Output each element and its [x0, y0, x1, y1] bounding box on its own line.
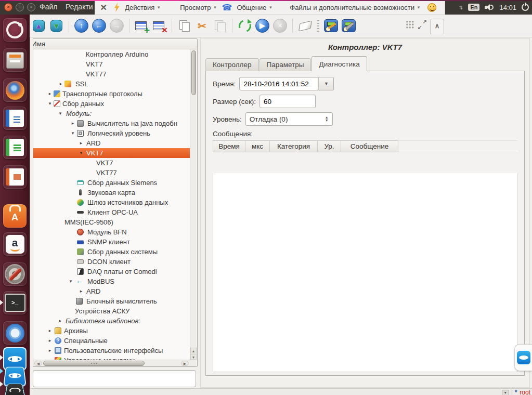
cut-item-button[interactable]: ✂ [195, 19, 209, 33]
tree-item[interactable]: ▾Сбор данных [33, 99, 190, 109]
tree-item[interactable]: ▸?Специальные [33, 336, 190, 346]
tree-item[interactable]: ▾VKT7 [33, 148, 190, 158]
time-dropdown-button[interactable]: ▼ [318, 77, 334, 90]
scroll-left-arrow[interactable]: ◀ [34, 361, 42, 366]
tree-item[interactable]: ▾Модуль: [33, 109, 190, 118]
menu-общение[interactable]: Общение▼ [237, 4, 273, 11]
expand-arrow-icon[interactable]: ▸ [58, 79, 64, 89]
tree-item[interactable]: ▸ARD [33, 286, 190, 296]
tree-item[interactable]: SNMP клиент [33, 237, 190, 247]
phone-icon[interactable]: ☎ [222, 3, 232, 12]
file-cabinet-icon[interactable] [3, 48, 27, 72]
tree-item[interactable]: DAQ платы от Comedi [33, 267, 190, 276]
collapse-arrow-icon[interactable]: ▾ [68, 276, 74, 286]
ubuntu-dash-icon[interactable] [3, 18, 27, 42]
tree-column-header[interactable]: Имя [33, 39, 197, 49]
menu-просмотр[interactable]: Просмотр▼ [180, 4, 217, 11]
system-settings-icon[interactable] [3, 262, 27, 286]
monitor-icon[interactable] [165, 4, 174, 11]
tree-item[interactable]: Сбор данных системы [33, 247, 190, 257]
firefox-icon[interactable] [3, 78, 27, 102]
expand-arrow-icon[interactable]: ▸ [57, 316, 63, 326]
go-up-button[interactable]: ↑ [74, 19, 88, 33]
refresh-button[interactable] [238, 19, 252, 33]
tree-item[interactable]: ▾←ModBUS [33, 276, 190, 286]
scroll-down-arrow[interactable]: ▼ [190, 354, 197, 360]
tree-item[interactable]: VKT7 [33, 59, 190, 69]
tree-item[interactable]: Модуль BFN [33, 227, 190, 237]
menu-edit[interactable]: Редакти [66, 3, 93, 11]
tree-item[interactable]: Клиент OPC-UA [33, 207, 190, 217]
toolbar-grip[interactable] [317, 20, 319, 32]
column-header-время[interactable]: Время [213, 140, 245, 152]
messages-table-body[interactable] [213, 173, 517, 372]
ubuntu-software-icon[interactable]: A [3, 204, 27, 228]
column-header-ур[interactable]: Ур. [317, 140, 341, 152]
tree-item[interactable]: Контроллер Arduino [33, 49, 190, 59]
tree-item[interactable]: Звуковая карта [33, 188, 190, 198]
collapse-toolbar-button[interactable]: ∧ [430, 19, 444, 34]
expand-icon[interactable]: ↗↙ [418, 20, 427, 29]
expand-arrow-icon[interactable]: ▸ [78, 286, 84, 296]
grid-dots-icon[interactable] [406, 20, 414, 29]
column-header-категория[interactable]: Категория [269, 140, 318, 152]
close-window-button[interactable]: × [4, 3, 12, 11]
level-spinbox[interactable]: Отладка (0) ▲▼ [245, 112, 333, 126]
scroll-right-arrow[interactable]: ▶ [181, 361, 189, 366]
statusbar-dropdown-button[interactable]: ▼ [502, 390, 509, 395]
scrollbar-thumb[interactable] [43, 361, 145, 366]
clear-button[interactable] [298, 19, 312, 33]
tree-item[interactable]: VKT77 [33, 168, 190, 178]
tree-item[interactable]: ▸Вычислитель на java подобн [33, 118, 190, 128]
stop-periodic-button[interactable]: × [273, 19, 287, 33]
go-forward-button[interactable]: → [110, 19, 124, 33]
maximize-window-button[interactable]: ▫ [27, 3, 35, 11]
paste-item-button[interactable] [213, 19, 227, 33]
menu-файлы[interactable]: Файлы и дополнительные возможности▼ [290, 4, 421, 11]
menu-действия[interactable]: Действия▼ [125, 4, 161, 11]
chromium-icon[interactable] [3, 321, 27, 345]
tree-item[interactable]: Шлюз источников данных [33, 198, 190, 207]
time-input[interactable] [239, 77, 318, 90]
menu-file[interactable]: Файл [40, 3, 57, 11]
tree-item[interactable]: Управление модулями [33, 356, 190, 360]
scrollbar-thumb[interactable] [191, 50, 196, 95]
collapse-arrow-icon[interactable]: ▾ [78, 148, 84, 158]
minimize-window-button[interactable]: − [16, 3, 24, 11]
keyboard-layout-indicator[interactable]: En [468, 4, 479, 11]
libreoffice-writer-icon[interactable] [3, 107, 27, 130]
tab-контроллер[interactable]: Контроллер [205, 58, 259, 71]
tree-item[interactable]: VKT77 [33, 69, 190, 79]
tree-item[interactable]: ▸ARD [33, 138, 190, 148]
expand-arrow-icon[interactable]: ▸ [70, 118, 76, 128]
add-item-button[interactable]: + [135, 19, 149, 33]
volume-icon[interactable] [485, 4, 494, 10]
tree-horizontal-scrollbar[interactable]: ◀ ▶ [33, 360, 190, 366]
start-periodic-button[interactable]: ▶ [255, 19, 269, 33]
tree-item[interactable]: Сбор данных Siemens [33, 178, 190, 188]
tree-item[interactable]: VKT7 [33, 158, 190, 168]
expand-arrow-icon[interactable]: ▸ [47, 89, 53, 99]
device-link-button[interactable] [324, 19, 338, 33]
expand-arrow-icon[interactable]: ▸ [47, 336, 53, 346]
tree-item[interactable]: Устройства АСКУ [33, 306, 190, 316]
tree-item[interactable]: ▸Транспортные протоколы [33, 89, 190, 99]
tree-item[interactable]: ▾Логический уровень [33, 128, 190, 138]
network-indicator-icon[interactable]: ↑↓ [458, 4, 463, 11]
tree-item[interactable]: ▸Пользовательские интерфейсы [33, 346, 190, 356]
smiley-icon[interactable] [427, 3, 436, 12]
expand-arrow-icon[interactable]: ▸ [78, 138, 84, 148]
go-back-button[interactable]: ← [92, 19, 106, 33]
tab-параметры[interactable]: Параметры [259, 58, 312, 71]
save-to-db-button[interactable]: ▼ [49, 19, 63, 33]
tree-item[interactable]: ▸SSL [33, 79, 190, 89]
clock[interactable]: 14:01 [499, 4, 516, 11]
close-x-icon[interactable]: × [100, 2, 107, 12]
teamviewer-side-tab[interactable] [514, 344, 532, 371]
amazon-icon[interactable]: a [3, 232, 27, 256]
expand-arrow-icon[interactable]: ▸ [47, 346, 53, 356]
tree-item[interactable]: ▸Библиотека шаблонов: [33, 316, 190, 326]
spin-arrows-icon[interactable]: ▲▼ [325, 116, 329, 122]
load-from-db-button[interactable]: ▲ [32, 19, 46, 33]
tree-vertical-scrollbar[interactable]: ▲ ▼ [190, 49, 197, 360]
